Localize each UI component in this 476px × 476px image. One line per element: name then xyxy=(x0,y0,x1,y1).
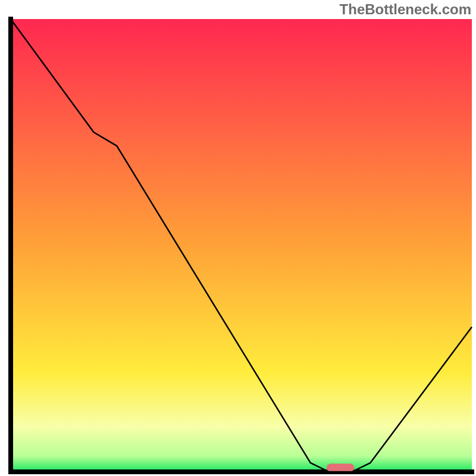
optimum-marker xyxy=(327,464,355,472)
chart-container: TheBottleneck.com xyxy=(0,0,476,476)
watermark-text: TheBottleneck.com xyxy=(340,1,471,18)
bottleneck-chart xyxy=(0,0,476,476)
plot-gradient xyxy=(11,19,472,472)
